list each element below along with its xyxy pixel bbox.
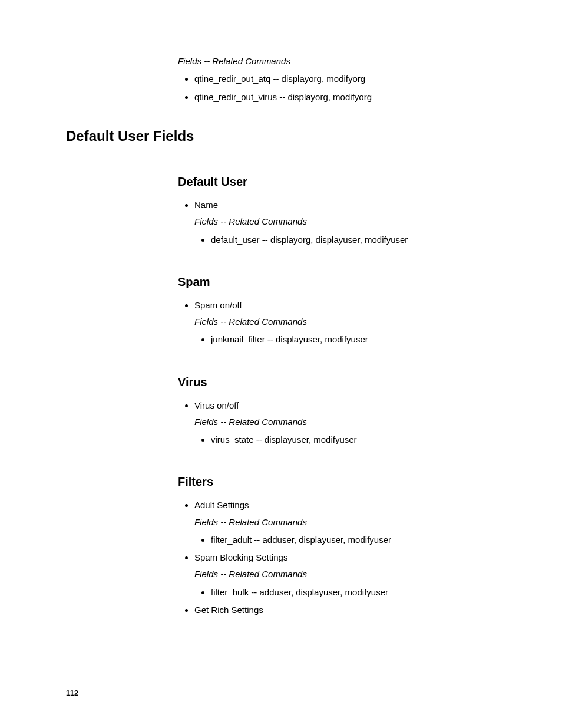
list-item: Name Fields -- Related Commands default_…: [194, 199, 503, 246]
list-item: Get Rich Settings: [194, 604, 503, 616]
list-item: default_user -- displayorg, displayuser,…: [211, 234, 503, 246]
cmd-list: filter_bulk -- adduser, displayuser, mod…: [194, 587, 503, 598]
top-caption: Fields -- Related Commands: [178, 55, 503, 67]
list-item: qtine_redir_out_virus -- displayorg, mod…: [194, 91, 503, 103]
list-item: junkmail_filter -- displayuser, modifyus…: [211, 334, 503, 345]
fields-caption: Fields -- Related Commands: [194, 216, 503, 228]
fields-caption: Fields -- Related Commands: [194, 568, 503, 580]
top-block: Fields -- Related Commands qtine_redir_o…: [178, 55, 503, 103]
group-list: Adult Settings Fields -- Related Command…: [178, 499, 503, 616]
list-item: Spam Blocking Settings Fields -- Related…: [194, 552, 503, 598]
cmd-list: filter_adult -- adduser, displayuser, mo…: [194, 534, 503, 546]
fields-caption: Fields -- Related Commands: [194, 416, 503, 428]
cmd-list: default_user -- displayorg, displayuser,…: [194, 234, 503, 246]
list-item: Spam on/off Fields -- Related Commands j…: [194, 299, 503, 346]
cmd-list: virus_state -- displayuser, modifyuser: [194, 434, 503, 446]
page-number: 112: [66, 689, 78, 699]
list-item: virus_state -- displayuser, modifyuser: [211, 434, 503, 446]
group-label: Get Rich Settings: [194, 605, 263, 615]
subheading-filters: Filters: [178, 474, 503, 490]
group-list: Name Fields -- Related Commands default_…: [178, 199, 503, 246]
cmd-list: junkmail_filter -- displayuser, modifyus…: [194, 334, 503, 345]
subheading-default-user: Default User: [178, 174, 503, 190]
group-list: Virus on/off Fields -- Related Commands …: [178, 400, 503, 446]
group-list: Spam on/off Fields -- Related Commands j…: [178, 299, 503, 346]
group-label: Spam Blocking Settings: [194, 552, 287, 562]
group-label: Spam on/off: [194, 300, 242, 310]
list-item: qtine_redir_out_atq -- displayorg, modif…: [194, 73, 503, 85]
subheading-spam: Spam: [178, 274, 503, 290]
fields-caption: Fields -- Related Commands: [194, 316, 503, 328]
list-item: filter_adult -- adduser, displayuser, mo…: [211, 534, 503, 546]
list-item: Virus on/off Fields -- Related Commands …: [194, 400, 503, 446]
list-item: Adult Settings Fields -- Related Command…: [194, 499, 503, 546]
group-label: Adult Settings: [194, 500, 249, 510]
group-label: Name: [194, 200, 218, 210]
subheading-virus: Virus: [178, 374, 503, 390]
section-title: Default User Fields: [66, 127, 503, 146]
group-label: Virus on/off: [194, 400, 239, 410]
fields-caption: Fields -- Related Commands: [194, 516, 503, 528]
top-list: qtine_redir_out_atq -- displayorg, modif…: [178, 73, 503, 103]
list-item: filter_bulk -- adduser, displayuser, mod…: [211, 587, 503, 598]
